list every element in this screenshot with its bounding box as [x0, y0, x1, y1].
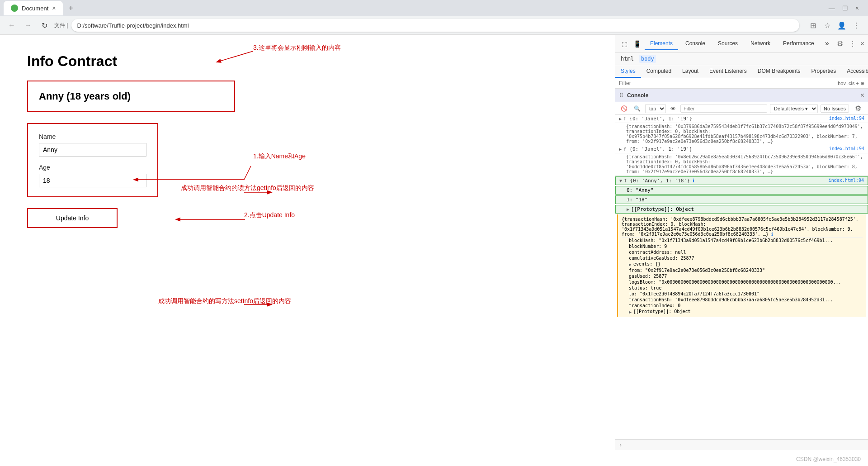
profile-icon[interactable]: 👤	[835, 19, 848, 32]
menu-icon[interactable]: ⋮	[850, 19, 863, 32]
devtools-tab-elements[interactable]: Elements	[645, 38, 678, 50]
annotation-step1: 1.输入Name和Age	[253, 152, 306, 161]
devtools-close-button[interactable]: ×	[860, 40, 864, 48]
console-source-3[interactable]: index.html:94	[829, 178, 864, 183]
devtools-inspect-icon[interactable]: ⬚	[619, 38, 630, 50]
styles-tab[interactable]: Styles	[615, 65, 641, 78]
expand-events[interactable]: ▶	[629, 262, 632, 267]
filter-options: :hov .cls + ⊕	[836, 81, 864, 86]
console-source-2[interactable]: index.html:94	[829, 146, 864, 151]
display-text: Anny (18 years old)	[39, 90, 131, 102]
console-settings-btn[interactable]: ⚙	[852, 102, 864, 115]
expand-arrow-2[interactable]: ▶	[619, 147, 622, 152]
console-drag-handle: ⠿	[619, 92, 623, 99]
devtools-tab-sources[interactable]: Sources	[712, 38, 743, 50]
refresh-button[interactable]: ↻	[38, 19, 51, 32]
filter-input[interactable]	[619, 80, 833, 86]
computed-tab[interactable]: Computed	[641, 65, 677, 78]
devtools-settings-icon[interactable]: ⚙	[835, 38, 845, 50]
tx-logsbloom-text: logsBloom: "0x00000000000000000000000000…	[629, 280, 841, 285]
accessibility-tab[interactable]: Accessibility	[841, 65, 868, 78]
new-tab-button[interactable]: +	[65, 3, 77, 14]
console-eye-btn[interactable]: 👁	[669, 105, 678, 113]
console-text-3-sub2: 1: "18"	[627, 197, 647, 203]
devtools-more-icon[interactable]: ⋮	[847, 38, 858, 50]
tx-contractaddress: contractAddress: null	[629, 249, 863, 255]
tx-details: blockHash: "0x1f71343a9d051a1547a4cd49f0…	[622, 238, 863, 315]
tab-favicon	[11, 5, 18, 12]
tab-close-btn[interactable]: ×	[52, 5, 56, 12]
console-text-3: f {0: 'Anny', 1: '18'} ℹ	[624, 178, 827, 184]
expand-arrow-1[interactable]: ▶	[619, 116, 622, 121]
expand-tx-proto[interactable]: ▶	[629, 309, 632, 314]
active-tab[interactable]: Document ×	[4, 1, 63, 15]
body-tag[interactable]: body	[639, 55, 656, 63]
minimize-button[interactable]: —	[829, 5, 835, 12]
console-text-2: f {0: 'Janel', 1: '19'}	[623, 146, 827, 152]
console-line-3: ▼ f {0: 'Anny', 1: '18'} ℹ index.html:94	[615, 176, 868, 185]
maximize-button[interactable]: ☐	[842, 5, 848, 12]
tx-text-hash: {transactionHash: '0xdfeee8798bddcd9d6cb…	[622, 217, 863, 237]
expand-arrow-3[interactable]: ▼	[619, 178, 622, 183]
tx-contractaddress-text: contractAddress: null	[629, 250, 686, 255]
event-listeners-tab[interactable]: Event Listeners	[704, 65, 752, 78]
forward-button[interactable]: →	[22, 19, 34, 32]
name-input[interactable]	[39, 143, 146, 157]
console-sub-header: ⠿ Console ×	[615, 89, 868, 102]
tx-prototype: ▶ [[Prototype]]: Object	[629, 309, 863, 315]
console-line-3-sub1: 0: "Anny"	[615, 186, 868, 195]
console-close-button[interactable]: ×	[860, 91, 864, 100]
age-input[interactable]	[39, 174, 146, 187]
update-button[interactable]: Update Info	[28, 209, 117, 227]
console-source-1[interactable]: index.html:94	[829, 116, 864, 121]
console-prompt-arrow[interactable]: ›	[619, 442, 622, 448]
page-title: Info Contract	[27, 53, 588, 70]
update-button-wrapper: Update Info	[27, 208, 118, 228]
tx-blockhash: blockHash: "0x1f71343a9d051a1547a4cd49f0…	[629, 238, 863, 243]
properties-tab[interactable]: Properties	[806, 65, 842, 78]
console-clear-btn[interactable]: 🚫	[619, 105, 629, 113]
layout-tab[interactable]: Layout	[677, 65, 704, 78]
tx-txindex-text: transactionIndex: 0	[629, 303, 680, 308]
tx-gasused-cum-text: cumulativeGasUsed: 25877	[629, 256, 694, 261]
console-line-1-detail: {transactionHash: '0x379686da3e7595434de…	[615, 123, 868, 145]
console-line-3-sub3: ▶ [[Prototype]]: Object	[615, 205, 868, 214]
expand-arrow-3-proto[interactable]: ▶	[627, 207, 629, 212]
html-tag[interactable]: html	[619, 55, 636, 63]
display-box: Anny (18 years old)	[27, 81, 235, 112]
devtools-tab-console[interactable]: Console	[680, 38, 711, 50]
devtools-tab-network[interactable]: Network	[745, 38, 776, 50]
devtools-device-icon[interactable]: 📱	[632, 38, 642, 50]
tx-gasused-text: gasUsed: 25877	[629, 274, 667, 279]
window-controls: — ☐ ×	[829, 5, 864, 12]
tx-txhash: transactionHash: "0xdfeee8798bddcd9d6cbb…	[629, 297, 863, 303]
bookmark-icon[interactable]: ☆	[821, 19, 834, 32]
console-label: Console	[627, 92, 648, 99]
tx-logsbloom: logsBloom: "0x00000000000000000000000000…	[629, 279, 863, 285]
devtools-panel: ⬚ 📱 Elements Console Sources Network Per…	[615, 35, 868, 450]
back-button[interactable]: ←	[5, 19, 18, 32]
console-filter-btn[interactable]: 🔍	[632, 105, 642, 113]
name-label: Name	[39, 133, 146, 140]
dom-breakpoints-tab[interactable]: DOM Breakpoints	[752, 65, 806, 78]
devtools-header: ⬚ 📱 Elements Console Sources Network Per…	[615, 35, 868, 53]
cast-icon[interactable]: ⊞	[807, 19, 819, 32]
html-body-bar: html body	[615, 53, 868, 65]
info-icon-3[interactable]: ℹ	[693, 178, 694, 184]
devtools-tab-more[interactable]: »	[821, 38, 833, 50]
no-issues-btn[interactable]: No Issues	[821, 105, 849, 113]
address-input[interactable]	[71, 19, 799, 32]
annotation-step3: 3.这里将会显示刚刚输入的内容	[253, 44, 341, 52]
tx-txindex: transactionIndex: 0	[629, 303, 863, 309]
close-button[interactable]: ×	[855, 5, 859, 12]
form-section: Name Age	[27, 123, 158, 197]
console-top-select[interactable]: top	[645, 104, 666, 113]
devtools-tab-performance[interactable]: Performance	[778, 38, 820, 50]
tx-events-text: events: {}	[633, 262, 660, 266]
console-levels-select[interactable]: Default levels ▾	[770, 104, 818, 113]
tx-blocknumber-text: blockNumber: 9	[629, 244, 667, 249]
console-filter-input[interactable]	[680, 105, 767, 113]
tx-events: ▶ events: {}	[629, 261, 863, 267]
age-label: Age	[39, 164, 146, 171]
styles-tabs-bar: Styles Computed Layout Event Listeners D…	[615, 65, 868, 78]
